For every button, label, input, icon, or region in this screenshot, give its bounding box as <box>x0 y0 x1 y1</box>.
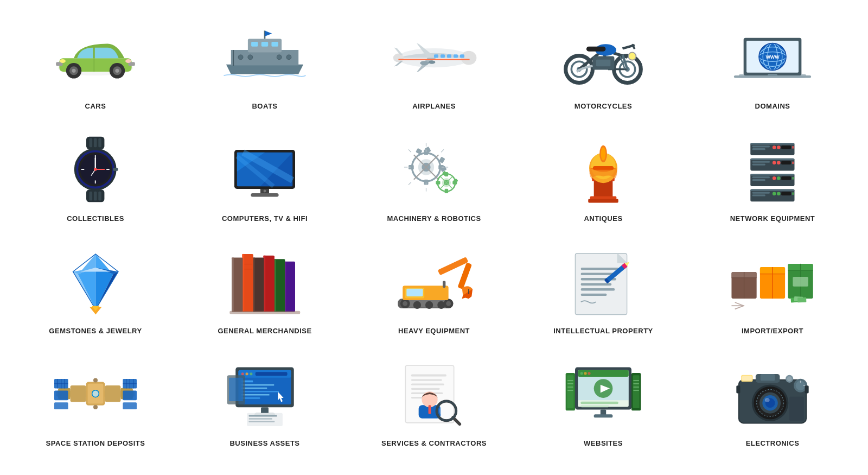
category-gemstones[interactable]: GEMSTONES & JEWELRY <box>11 236 180 348</box>
svg-point-170 <box>773 192 776 195</box>
svg-rect-329 <box>633 387 639 388</box>
motorcycles-label: MOTORCYCLES <box>575 102 632 110</box>
merchandise-label: GENERAL MERCHANDISE <box>218 327 311 335</box>
svg-point-267 <box>93 378 98 382</box>
svg-rect-135 <box>588 199 618 203</box>
computers-icon <box>221 134 308 205</box>
category-machinery[interactable]: MACHINERY & ROBOTICS <box>349 123 519 236</box>
category-computers[interactable]: COMPUTERS, TV & HIFI <box>180 123 349 236</box>
category-boats[interactable]: BOATS <box>180 11 349 123</box>
svg-rect-317 <box>580 402 618 404</box>
svg-line-131 <box>441 149 444 152</box>
svg-point-162 <box>773 176 776 180</box>
boats-icon <box>221 22 308 92</box>
svg-rect-296 <box>411 379 442 381</box>
category-antiques[interactable]: ANTIQUES <box>519 123 688 236</box>
svg-rect-49 <box>586 46 606 51</box>
svg-rect-285 <box>261 407 269 414</box>
svg-rect-290 <box>249 415 277 416</box>
svg-rect-336 <box>761 374 775 381</box>
svg-point-169 <box>777 192 781 195</box>
airplanes-label: AIRPLANES <box>412 102 456 110</box>
category-space[interactable]: SPACE STATION DEPOSITS <box>11 348 180 460</box>
svg-rect-168 <box>793 192 794 195</box>
svg-point-12 <box>60 59 66 63</box>
svg-rect-298 <box>411 388 440 390</box>
svg-rect-353 <box>736 385 740 393</box>
svg-marker-180 <box>78 268 95 309</box>
computers-label: COMPUTERS, TV & HIFI <box>222 214 308 223</box>
category-collectibles[interactable]: COLLECTIBLES <box>11 123 180 236</box>
category-airplanes[interactable]: AIRPLANES <box>349 11 519 123</box>
import-export-icon <box>729 246 816 317</box>
svg-point-21 <box>238 55 243 60</box>
svg-point-268 <box>93 405 98 409</box>
svg-rect-140 <box>593 166 614 170</box>
svg-rect-332 <box>594 414 613 417</box>
svg-rect-281 <box>241 391 279 392</box>
svg-rect-148 <box>752 148 765 150</box>
svg-rect-152 <box>793 161 794 164</box>
svg-rect-18 <box>271 42 278 47</box>
heavy-label: HEAVY EQUIPMENT <box>398 327 470 335</box>
svg-rect-160 <box>793 177 794 180</box>
category-import[interactable]: IMPORT/EXPORT <box>688 236 857 348</box>
svg-rect-172 <box>752 194 765 196</box>
category-heavy[interactable]: HEAVY EQUIPMENT <box>349 236 519 348</box>
svg-point-13 <box>125 59 131 63</box>
svg-rect-164 <box>752 179 765 181</box>
svg-rect-249 <box>71 385 86 402</box>
svg-rect-251 <box>105 385 121 402</box>
svg-rect-33 <box>460 54 464 58</box>
svg-rect-73 <box>94 192 97 201</box>
category-cars[interactable]: CARS <box>11 11 180 123</box>
category-websites[interactable]: WEBSITES <box>519 348 688 460</box>
category-electronics[interactable]: ELECTRONICS <box>688 348 857 460</box>
svg-rect-163 <box>752 176 770 178</box>
category-network[interactable]: NETWORK EQUIPMENT <box>688 123 857 236</box>
svg-rect-29 <box>434 54 438 58</box>
category-business[interactable]: BUSINESS ASSETS <box>180 348 349 460</box>
category-intellectual[interactable]: INTELLECTUAL PROPERTY <box>519 236 688 348</box>
svg-rect-171 <box>752 192 770 193</box>
svg-point-154 <box>773 161 776 165</box>
svg-rect-72 <box>90 192 93 201</box>
svg-rect-66 <box>768 74 777 76</box>
svg-rect-150 <box>750 159 794 160</box>
gemstones-icon <box>52 246 139 317</box>
svg-point-161 <box>777 176 781 180</box>
heavy-equipment-icon <box>391 246 477 317</box>
svg-rect-81 <box>81 169 85 170</box>
category-merchandise[interactable]: GENERAL MERCHANDISE <box>180 236 349 348</box>
svg-point-345 <box>765 398 770 402</box>
category-motorcycles[interactable]: MOTORCYCLES <box>519 11 688 123</box>
svg-rect-87 <box>113 168 118 171</box>
svg-rect-32 <box>454 54 458 58</box>
svg-rect-277 <box>256 372 288 376</box>
svg-point-275 <box>245 372 248 375</box>
electronics-label: ELECTRONICS <box>746 439 800 447</box>
svg-point-145 <box>777 145 781 149</box>
svg-rect-323 <box>567 380 573 381</box>
svg-rect-255 <box>54 402 68 409</box>
svg-rect-291 <box>249 418 272 420</box>
services-label: SERVICES & CONTRACTORS <box>381 439 487 447</box>
intellectual-label: INTELLECTUAL PROPERTY <box>553 327 653 335</box>
svg-text:WWW: WWW <box>765 54 780 60</box>
svg-point-22 <box>248 55 253 60</box>
svg-rect-327 <box>633 380 639 381</box>
svg-rect-318 <box>580 406 609 407</box>
svg-point-96 <box>264 190 266 193</box>
svg-rect-324 <box>567 383 573 384</box>
svg-rect-95 <box>251 193 278 197</box>
svg-point-274 <box>241 372 244 375</box>
antiques-label: ANTIQUES <box>584 214 622 223</box>
antiques-icon <box>560 134 647 205</box>
category-domains[interactable]: WWW DOMAINS <box>688 11 857 123</box>
svg-line-130 <box>409 182 411 185</box>
svg-rect-144 <box>793 146 794 149</box>
svg-rect-167 <box>781 192 791 195</box>
category-services[interactable]: SERVICES & CONTRACTORS <box>349 348 519 460</box>
svg-rect-142 <box>750 143 794 144</box>
svg-rect-201 <box>229 311 300 314</box>
